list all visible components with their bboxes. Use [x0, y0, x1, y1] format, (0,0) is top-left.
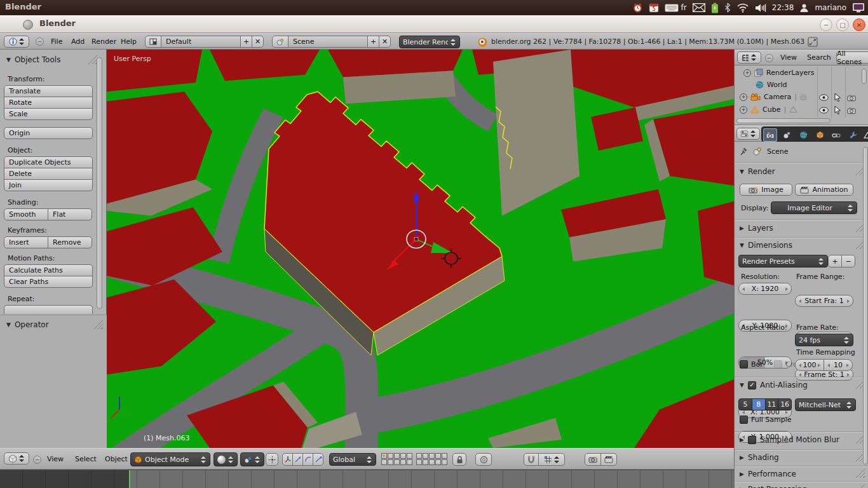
repeat-last-button-clipped[interactable]: [4, 305, 93, 314]
render-still-button[interactable]: [585, 453, 601, 466]
mail-icon[interactable]: [693, 3, 705, 12]
render-restrict-icon[interactable]: [847, 107, 857, 114]
aa-samples-11[interactable]: 11: [765, 398, 779, 410]
viewport-menu-object[interactable]: Object: [104, 455, 129, 463]
render-panel-header[interactable]: ▼Render: [740, 167, 775, 176]
tab-object[interactable]: [813, 128, 827, 142]
user-icon[interactable]: [799, 3, 809, 13]
motion-blur-panel-header[interactable]: ▶ Sampled Motion Blur: [740, 435, 839, 444]
tab-modifiers[interactable]: [846, 128, 860, 142]
layers-grid-right[interactable]: [416, 453, 447, 465]
viewport-3d[interactable]: User Persp (1) Mesh.063: [107, 50, 734, 448]
editor-type-button-outliner[interactable]: [737, 51, 761, 64]
clock-label[interactable]: 22:38: [772, 3, 794, 12]
outliner-scope-dropdown[interactable]: All Scenes: [836, 51, 868, 64]
tab-scene[interactable]: [780, 128, 794, 142]
frame-start-field[interactable]: Start Fra: 1: [795, 295, 853, 307]
outliner-item-renderlayers[interactable]: + RenderLayers: [743, 69, 815, 77]
crop-option[interactable]: Cro: [774, 360, 797, 369]
screen-layout-icon[interactable]: [145, 36, 161, 48]
tab-object-data[interactable]: [860, 128, 868, 142]
volume-icon[interactable]: [755, 3, 766, 13]
border-checkbox[interactable]: [740, 360, 748, 369]
viewport-menu-select[interactable]: Select: [74, 455, 98, 463]
viewport-menu-view[interactable]: View: [46, 455, 65, 463]
viewport-shading-dropdown[interactable]: [214, 452, 238, 466]
header-collapse-icon[interactable]: −: [36, 37, 44, 46]
origin-button[interactable]: Origin: [4, 127, 93, 139]
snap-element-dropdown[interactable]: [538, 453, 565, 466]
render-animation-button[interactable]: Animation: [795, 184, 853, 196]
screen-layout-add-button[interactable]: +: [240, 36, 252, 48]
smooth-button[interactable]: Smooth: [4, 208, 48, 220]
timeline-playhead[interactable]: [129, 470, 130, 488]
wifi-icon[interactable]: [736, 3, 749, 13]
hide-eye-icon[interactable]: [819, 107, 829, 114]
maximize-button[interactable]: □: [836, 18, 849, 31]
object-tools-panel-header[interactable]: ▼ Object Tools: [6, 55, 60, 64]
tab-constraints[interactable]: [829, 128, 843, 142]
menu-add[interactable]: Add: [70, 37, 86, 46]
display-dropdown[interactable]: Image Editor: [771, 201, 857, 214]
session-monitor-icon[interactable]: [852, 3, 865, 13]
join-button[interactable]: Join: [4, 179, 93, 191]
user-name-label[interactable]: mariano: [815, 3, 846, 12]
flat-button[interactable]: Flat: [48, 208, 92, 220]
menu-render[interactable]: Render: [90, 37, 118, 46]
calculate-paths-button[interactable]: Calculate Paths: [4, 264, 93, 276]
context-label[interactable]: Scene: [767, 147, 789, 156]
window-duplicate-icon[interactable]: [808, 37, 818, 47]
hide-eye-icon[interactable]: [819, 94, 829, 101]
tab-render[interactable]: [763, 128, 777, 142]
resolution-x-field[interactable]: X: 1920: [738, 283, 792, 295]
layers-grid-left[interactable]: [381, 453, 412, 465]
outliner-collapse-icon[interactable]: −: [765, 54, 773, 62]
rotate-button[interactable]: Rotate: [4, 97, 93, 109]
render-image-button[interactable]: Image: [740, 184, 792, 196]
timeline[interactable]: [0, 470, 734, 488]
duplicate-objects-button[interactable]: Duplicate Objects: [4, 156, 93, 168]
properties-scrollbar[interactable]: [863, 147, 868, 464]
post-processing-panel-header[interactable]: ▶Post Processing: [740, 485, 807, 488]
shading-panel-header[interactable]: ▶Shading: [740, 453, 779, 462]
menu-file[interactable]: File: [50, 37, 64, 46]
screen-layout-field[interactable]: Default: [161, 36, 241, 48]
antialiasing-panel-header[interactable]: ▼ ✓ Anti-Aliasing: [740, 381, 808, 390]
close-button[interactable]: ✕: [853, 18, 865, 31]
minimize-button[interactable]: −: [820, 18, 832, 31]
outliner-item-world[interactable]: World: [756, 81, 787, 89]
preset-remove-button[interactable]: −: [841, 255, 855, 268]
expand-icon[interactable]: +: [740, 93, 747, 101]
outliner-menu-view[interactable]: View: [779, 53, 798, 62]
manipulate-center-points-button[interactable]: [266, 453, 278, 466]
panel-grip[interactable]: [88, 55, 97, 64]
rotate-manipulator-button[interactable]: [302, 453, 313, 466]
remove-keyframe-button[interactable]: Remove: [48, 236, 92, 248]
remap-old-field[interactable]: 100: [795, 359, 824, 371]
editor-type-button-3dview[interactable]: [4, 452, 29, 464]
pin-icon[interactable]: [740, 147, 748, 156]
post-grip[interactable]: [855, 484, 865, 488]
scene-selector-icon[interactable]: [272, 36, 288, 48]
proportional-edit-button[interactable]: [475, 453, 492, 466]
render-engine-dropdown[interactable]: Blender Render: [399, 36, 460, 48]
full-sample-option[interactable]: Full Sample: [740, 416, 792, 424]
outliner-vscrollbar[interactable]: [862, 69, 867, 84]
viewport-header-collapse-icon[interactable]: −: [33, 456, 41, 464]
full-sample-checkbox[interactable]: [740, 416, 748, 424]
preset-add-button[interactable]: +: [828, 255, 842, 268]
editor-type-button-properties[interactable]: [736, 128, 760, 140]
tab-world[interactable]: [796, 128, 810, 142]
transform-orientation-dropdown[interactable]: Global: [329, 453, 376, 466]
select-cursor-icon[interactable]: [834, 93, 841, 102]
select-cursor-icon[interactable]: [834, 105, 841, 114]
clear-paths-button[interactable]: Clear Paths: [4, 276, 93, 288]
remap-new-field[interactable]: 10: [824, 359, 853, 371]
outliner-menu-search[interactable]: Search: [806, 53, 832, 62]
scene-field[interactable]: Scene: [288, 36, 368, 48]
delete-button[interactable]: Delete: [4, 168, 93, 180]
keyboard-layout-icon[interactable]: [665, 4, 679, 12]
bluetooth-icon[interactable]: [724, 3, 731, 13]
aa-samples-8[interactable]: 8: [752, 398, 766, 410]
expand-icon[interactable]: +: [740, 106, 747, 114]
